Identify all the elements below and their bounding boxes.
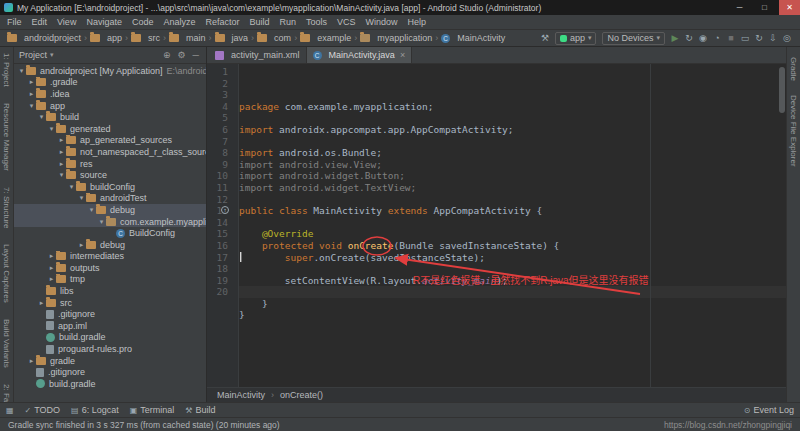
tree-item-not-namespaced-r-class-sources[interactable]: ▸not_namespaced_r_class_sources (14, 146, 206, 158)
todo-icon: ✓ (25, 406, 32, 415)
tree-item-tmp[interactable]: ▸tmp (14, 274, 206, 286)
event-log-button[interactable]: ⊙ Event Log (744, 405, 794, 415)
breadcrumb-com[interactable]: com (256, 33, 292, 43)
stop-icon[interactable]: ■ (724, 33, 738, 43)
editor-scrollbar[interactable] (779, 67, 785, 113)
tree-item-com-example-myapplication[interactable]: ▾com.example.myapplication (14, 216, 206, 228)
minimize-button[interactable]: ─ (729, 0, 750, 15)
menu-item-edit[interactable]: Edit (27, 17, 53, 27)
line-number: 19 (207, 275, 228, 287)
tool-button-layout-captures[interactable]: Layout Captures (2, 244, 11, 303)
tree-item-androidtest[interactable]: ▾androidTest (14, 193, 206, 205)
tool-button-gradle[interactable]: Gradle (789, 57, 798, 81)
sync-project-icon[interactable]: ↻ (752, 33, 766, 43)
debug-icon[interactable]: ◉ (696, 33, 710, 43)
tree-item-src[interactable]: ▸src (14, 297, 206, 309)
profile-icon[interactable]: ◔ (710, 33, 724, 43)
editor-breadcrumb-mainactivity[interactable]: MainActivity (217, 390, 265, 400)
tree-item-androidproject-my-application[interactable]: ▾androidproject [My Application]E:\andro… (14, 65, 206, 77)
tree-item-debug[interactable]: ▾debug (14, 204, 206, 216)
tool-windows-toggle-icon[interactable]: ▦ (6, 406, 14, 415)
breadcrumb-myapplication[interactable]: myapplication (359, 33, 433, 43)
close-icon[interactable]: × (400, 50, 405, 60)
menu-item-refactor[interactable]: Refactor (200, 17, 244, 27)
tree-item-buildconfig[interactable]: ▾buildConfig (14, 181, 206, 193)
tool-button-6-logcat[interactable]: ▤6: Logcat (71, 405, 119, 415)
tool-button-todo[interactable]: ✓TODO (25, 405, 61, 415)
gear-icon[interactable]: ⚙ (176, 50, 188, 60)
menu-item-code[interactable]: Code (127, 17, 159, 27)
tree-item-gradle[interactable]: ▸gradle (14, 355, 206, 367)
editor[interactable]: 12345678910111213↑14151617181920 package… (207, 64, 786, 387)
tree-item-build-gradle[interactable]: build.gradle (14, 332, 206, 344)
tool-button-terminal[interactable]: ▣Terminal (130, 405, 175, 415)
tree-item-build[interactable]: ▾build (14, 111, 206, 123)
tree-item-label: com.example.myapplication (120, 217, 206, 227)
breadcrumb-java[interactable]: java (214, 33, 250, 43)
chevron-down-icon: ▾ (656, 34, 660, 42)
tree-item-libs[interactable]: libs (14, 285, 206, 297)
menu-item-window[interactable]: Window (361, 17, 403, 27)
tool-button-resource-manager[interactable]: Resource Manager (2, 103, 11, 171)
menu-bar: FileEditViewNavigateCodeAnalyzeRefactorB… (0, 15, 800, 30)
tree-item-idea[interactable]: ▸.idea (14, 88, 206, 100)
tree-item-gradle[interactable]: ▸.gradle (14, 77, 206, 89)
tree-item-source[interactable]: ▾source (14, 169, 206, 181)
menu-item-run[interactable]: Run (275, 17, 302, 27)
tree-item-intermediates[interactable]: ▸intermediates (14, 251, 206, 263)
breadcrumb-example[interactable]: example (299, 33, 352, 43)
project-panel-title[interactable]: Project (19, 50, 47, 60)
override-method-icon[interactable]: ↑ (221, 206, 229, 214)
code-area[interactable]: package com.example.myapplication;import… (239, 64, 786, 387)
tree-item-outputs[interactable]: ▸outputs (14, 262, 206, 274)
tree-item-gitignore[interactable]: .gitignore (14, 366, 206, 378)
tree-item-app-iml[interactable]: app.iml (14, 320, 206, 332)
menu-item-view[interactable]: View (52, 17, 81, 27)
hide-panel-icon[interactable]: ─ (191, 50, 201, 60)
apply-changes-icon[interactable]: ↻ (682, 33, 696, 43)
editor-gutter[interactable]: 12345678910111213↑14151617181920 (207, 64, 239, 387)
menu-item-navigate[interactable]: Navigate (81, 17, 127, 27)
tree-item-build-gradle[interactable]: build.gradle (14, 378, 206, 390)
menu-item-tools[interactable]: Tools (301, 17, 332, 27)
device-select[interactable]: No Devices▾ (602, 32, 665, 45)
tree-item-res[interactable]: ▸res (14, 158, 206, 170)
6-logcat-icon: ▤ (71, 406, 79, 415)
tree-item-proguard-rules-pro[interactable]: proguard-rules.pro (14, 343, 206, 355)
maximize-button[interactable]: □ (754, 0, 775, 15)
tree-item-app[interactable]: ▾app (14, 100, 206, 112)
tool-button-2-favorites[interactable]: 2: Favorites (2, 384, 11, 402)
tab-mainactivity-java[interactable]: MainActivity.java× (307, 47, 413, 63)
breadcrumb-src[interactable]: src (130, 33, 161, 43)
tool-button-build-variants[interactable]: Build Variants (2, 319, 11, 368)
run-icon[interactable]: ▶ (668, 33, 682, 43)
tree-item-ap-generated-sources[interactable]: ▸ap_generated_sources (14, 135, 206, 147)
breadcrumb-mainactivity[interactable]: MainActivity (440, 33, 506, 43)
breadcrumb-androidproject[interactable]: androidproject (6, 33, 82, 43)
tree-item-generated[interactable]: ▾generated (14, 123, 206, 135)
breadcrumb-main[interactable]: main (168, 33, 207, 43)
menu-item-build[interactable]: Build (244, 17, 274, 27)
menu-item-help[interactable]: Help (403, 17, 432, 27)
tool-button-build[interactable]: ⚒Build (185, 405, 215, 415)
menu-item-vcs[interactable]: VCS (332, 17, 361, 27)
search-everywhere-icon[interactable]: ◎ (780, 33, 794, 43)
tool-button-7-structure[interactable]: 7: Structure (2, 187, 11, 228)
tool-button-1-project[interactable]: 1: Project (2, 53, 11, 87)
menu-item-analyze[interactable]: Analyze (158, 17, 200, 27)
chevron-down-icon[interactable]: ▾ (50, 51, 54, 59)
locate-file-icon[interactable]: ⊕ (161, 50, 173, 60)
tool-button-device-file-explorer[interactable]: Device File Explorer (789, 95, 798, 167)
device-manager-icon[interactable]: ▭ (738, 33, 752, 43)
build-hammer-icon[interactable]: ⚒ (538, 33, 552, 43)
close-button[interactable]: ✕ (779, 0, 800, 15)
sdk-manager-icon[interactable]: ⇩ (766, 33, 780, 43)
tree-item-debug[interactable]: ▸debug (14, 239, 206, 251)
tab-activity-main-xml[interactable]: activity_main.xml (209, 47, 307, 63)
run-configuration-select[interactable]: app▾ (555, 32, 597, 45)
menu-item-file[interactable]: File (2, 17, 27, 27)
breadcrumb-app[interactable]: app (89, 33, 123, 43)
tree-item-buildconfig[interactable]: BuildConfig (14, 227, 206, 239)
editor-breadcrumb-oncreate[interactable]: onCreate() (280, 390, 323, 400)
tree-item-gitignore[interactable]: .gitignore (14, 308, 206, 320)
